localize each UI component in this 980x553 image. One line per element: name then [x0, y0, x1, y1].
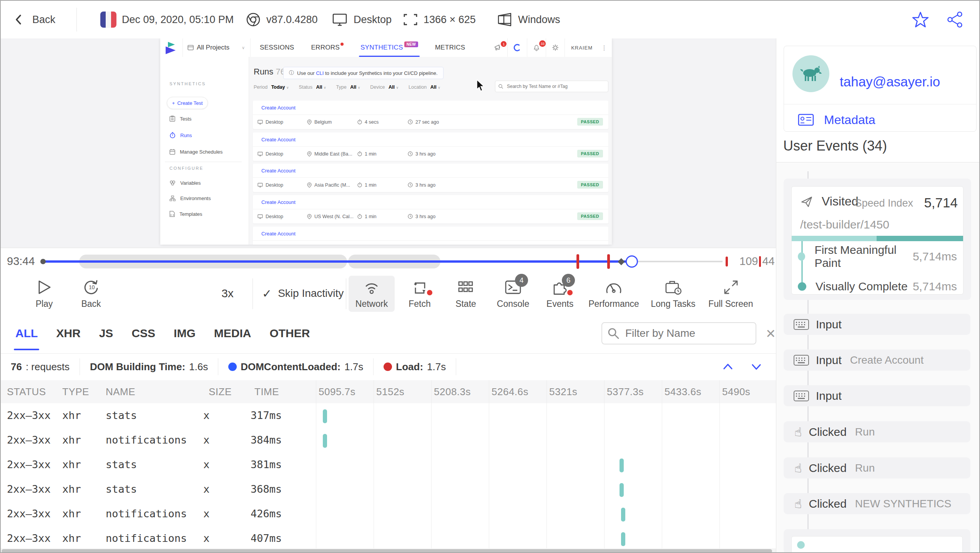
visited-label: Visited	[822, 194, 858, 209]
waterfall-bar	[620, 483, 624, 497]
performance-panel-button[interactable]: Performance	[585, 276, 643, 312]
event-input[interactable]: Input	[784, 385, 970, 406]
error-marker[interactable]	[576, 254, 579, 269]
tab-metrics[interactable]: METRICS	[435, 38, 465, 57]
sidebar-item-tests[interactable]: Tests	[169, 116, 191, 122]
state-panel-button[interactable]: State	[443, 276, 489, 312]
share-button[interactable]	[946, 1, 964, 38]
horizontal-scrollbar[interactable]	[1, 548, 776, 553]
run-clock-icon	[169, 132, 176, 138]
error-marker[interactable]	[607, 254, 610, 269]
file-icon	[169, 211, 175, 217]
variables-icon	[169, 180, 176, 186]
error-marker-end[interactable]	[726, 257, 728, 267]
chevron-up-icon[interactable]	[721, 362, 734, 372]
waterfall-bar	[323, 409, 327, 423]
event-input[interactable]: Input	[784, 314, 970, 335]
tab-all[interactable]: ALL	[15, 327, 38, 340]
user-menu[interactable]: KRAIEM	[565, 45, 596, 51]
tab-xhr[interactable]: XHR	[56, 327, 80, 340]
requests-count: 76: requests	[1, 358, 80, 375]
network-filter-input[interactable]	[625, 327, 749, 340]
browser-version: v87.0.4280	[266, 14, 318, 26]
svg-text:10: 10	[89, 284, 95, 290]
sidebar-item-manage-schedules[interactable]: Manage Schedules	[169, 149, 223, 155]
desktop-icon	[257, 152, 263, 156]
event-clicked[interactable]: ☝ ClickedRun	[784, 457, 970, 478]
table-row[interactable]: 2xx–3xxxhrnotificationsx407ms	[1, 526, 776, 551]
gear-icon	[551, 44, 559, 51]
player-timeline[interactable]: 93:44 10944	[1, 248, 776, 273]
event-clicked[interactable]: ☝ ClickedNEW SYNTHETICS	[784, 493, 970, 514]
user-email[interactable]: tahay@asayer.io	[840, 74, 940, 89]
event-clicked[interactable]: ☝ ClickedRun	[784, 421, 970, 442]
project-selector[interactable]: All Projects ∨	[188, 44, 245, 51]
table-row[interactable]: 2xx–3xxxhrstatsx368ms	[1, 477, 776, 502]
kebab-menu[interactable]: ⋮	[596, 44, 612, 51]
tab-js[interactable]: JS	[99, 327, 113, 340]
close-panel-button[interactable]: ✕	[766, 326, 776, 341]
event-marker[interactable]	[618, 258, 625, 265]
console-panel-button[interactable]: 4 Console	[490, 276, 536, 312]
filter-location[interactable]: Location All ∨	[409, 84, 440, 90]
scrollbar-thumb[interactable]	[2, 549, 772, 553]
full-screen-button[interactable]: Full Screen	[701, 276, 761, 312]
runs-search-input[interactable]	[506, 83, 604, 89]
metadata-button[interactable]: Metadata	[798, 111, 875, 129]
filter-status[interactable]: Status All ∨	[299, 84, 326, 90]
tab-errors[interactable]: ERRORS	[311, 38, 344, 57]
replay-app-main: Runs 76 ⓘ Use our CLI to include your Sy…	[249, 57, 612, 245]
visited-event-card[interactable]: Visited Speed Index 5,714 /test-builder/…	[784, 179, 971, 300]
fetch-panel-button[interactable]: Fetch	[397, 276, 443, 312]
filter-type[interactable]: Type All ∨	[336, 84, 360, 90]
skip-inactivity-toggle[interactable]: ✓Skip Inactivity	[262, 273, 344, 314]
long-tasks-panel-button[interactable]: Long Tasks	[643, 276, 703, 312]
notifications-button[interactable]: 33	[527, 44, 546, 51]
replay-stage: All Projects ∨ SESSIONS ERRORS SYNTHETIC…	[1, 38, 776, 248]
announcements-button[interactable]: 1	[489, 44, 507, 51]
tab-synthetics[interactable]: SYNTHETICSNEW	[360, 38, 418, 57]
speed-toggle[interactable]: 3x	[210, 273, 245, 314]
metric-row: Visually Complete 5,714ms	[792, 278, 963, 295]
table-row[interactable]: 2xx–3xxxhrnotificationsx384ms	[1, 428, 776, 452]
runs-search[interactable]	[495, 81, 608, 92]
run-card[interactable]: Create Account Desktop Belgium 4 secs 27…	[253, 101, 608, 129]
tab-css[interactable]: CSS	[131, 327, 155, 340]
chevron-down-icon[interactable]	[750, 362, 763, 372]
pointer-icon: ☝	[794, 425, 802, 439]
play-button[interactable]: Play	[23, 276, 65, 312]
run-card[interactable]: Create Account Desktop US West (N. Cal..…	[253, 195, 608, 224]
create-test-button[interactable]: +Create Test	[167, 97, 208, 109]
sync-spinner	[508, 43, 527, 52]
back-10s-button[interactable]: 10 Back	[70, 276, 112, 312]
playhead[interactable]	[626, 255, 638, 268]
network-panel-button[interactable]: Network	[349, 276, 395, 312]
settings-button[interactable]	[546, 44, 565, 51]
table-row[interactable]: 2xx–3xxxhrstatsx381ms	[1, 452, 776, 477]
favorite-button[interactable]	[912, 1, 929, 38]
sidebar-item-runs[interactable]: Runs	[169, 132, 192, 138]
back-button[interactable]: Back	[12, 1, 55, 38]
run-card[interactable]: Create Account Desktop Middle East (Ba..…	[253, 132, 608, 161]
event-input[interactable]: InputCreate Account	[784, 349, 970, 371]
tab-img[interactable]: IMG	[174, 327, 196, 340]
play-icon	[36, 279, 52, 296]
sidebar-item-environments[interactable]: Environments	[169, 195, 211, 201]
sidebar-item-templates[interactable]: Templates	[169, 211, 202, 217]
events-panel-button[interactable]: 6 Events	[537, 276, 583, 312]
tab-sessions[interactable]: SESSIONS	[260, 38, 294, 57]
filter-period[interactable]: Period Today ∨	[254, 84, 289, 90]
run-name: Create Account	[253, 101, 608, 115]
status-badge: PASSED	[577, 118, 603, 126]
tab-media[interactable]: MEDIA	[214, 327, 251, 340]
tab-other[interactable]: OTHER	[269, 327, 310, 340]
network-filter[interactable]	[601, 322, 756, 344]
cli-link[interactable]: CLI	[316, 70, 324, 76]
event-card-partial[interactable]	[784, 529, 970, 553]
run-card[interactable]: Create Account	[253, 227, 608, 245]
run-card[interactable]: Create Account Desktop Asia Pacific (M..…	[253, 164, 608, 192]
sidebar-item-variables[interactable]: Variables	[169, 180, 201, 186]
table-row[interactable]: 2xx–3xxxhrstatsx317ms	[1, 403, 776, 428]
filter-device[interactable]: Device All ∨	[370, 84, 399, 90]
table-row[interactable]: 2xx–3xxxhrnotificationsx426ms	[1, 502, 776, 526]
